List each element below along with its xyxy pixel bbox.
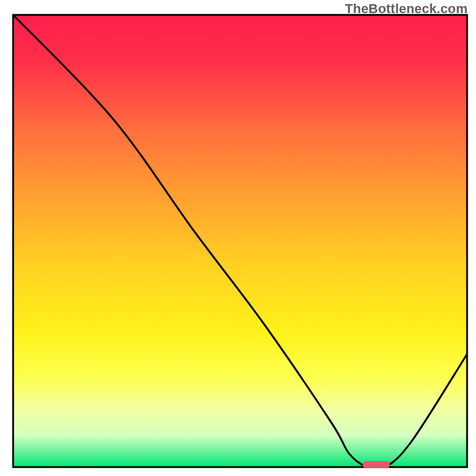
bottleneck-chart: TheBottleneck.com — [0, 0, 476, 476]
watermark-text: TheBottleneck.com — [345, 1, 468, 17]
plot-svg — [0, 0, 476, 476]
minimum-marker — [363, 461, 390, 468]
